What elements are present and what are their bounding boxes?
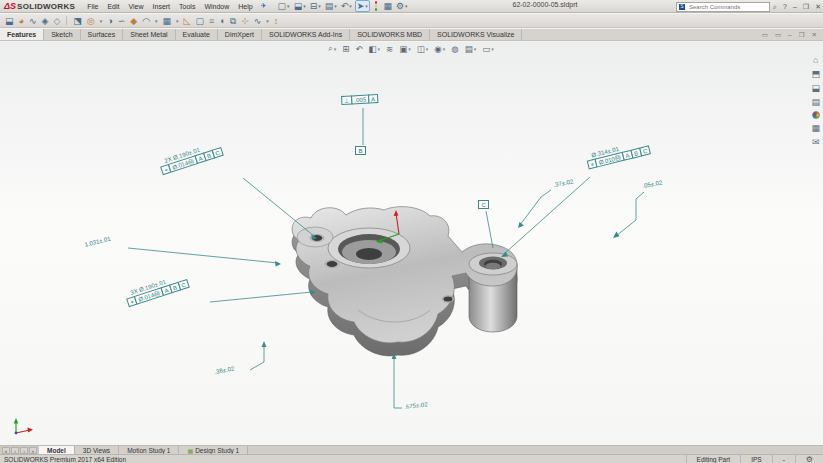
tab-motion-study-1[interactable]: Motion Study 1: [119, 446, 179, 454]
view-orientation-button[interactable]: ▣▾: [399, 44, 411, 54]
design-library-icon[interactable]: ⬒: [811, 69, 820, 79]
chevron-down-icon[interactable]: ▾: [443, 46, 446, 52]
chevron-down-icon[interactable]: ▾: [287, 3, 290, 9]
reference-geometry-icon[interactable]: ⊹: [241, 16, 249, 26]
chevron-down-icon[interactable]: ▾: [408, 46, 411, 52]
model-canvas[interactable]: [0, 42, 823, 445]
curves-icon[interactable]: ∿: [254, 16, 262, 26]
new-document-button[interactable]: ▢ ▾: [277, 1, 291, 11]
small-hole[interactable]: [325, 260, 339, 267]
tab-evaluate[interactable]: Evaluate: [176, 29, 218, 40]
scroll-first-button[interactable]: «: [2, 447, 10, 454]
revolved-cut-icon[interactable]: ◑: [107, 16, 112, 26]
print-button[interactable]: ▤ ▾: [324, 1, 338, 11]
apply-scene-button[interactable]: ▤▾: [465, 44, 477, 54]
view-settings-button[interactable]: ▭▾: [482, 44, 494, 54]
menu-file[interactable]: File: [87, 3, 98, 10]
help-button[interactable]: ?: [783, 3, 787, 10]
revolved-boss-icon[interactable]: ◕: [19, 16, 24, 26]
solidworks-resources-icon[interactable]: ⌂: [813, 55, 818, 65]
edit-appearance-button[interactable]: ◍: [451, 44, 458, 54]
doc-minimize-button[interactable]: –: [788, 31, 792, 38]
tab-solidworks-mbd[interactable]: SOLIDWORKS MBD: [350, 29, 430, 40]
tab-dimxpert[interactable]: DimXpert: [218, 29, 262, 40]
chevron-down-icon[interactable]: ▾: [318, 3, 321, 9]
doc-restore-button[interactable]: ❐: [799, 31, 805, 39]
tab-solidworks-visualize[interactable]: SOLIDWORKS Visualize: [430, 29, 522, 40]
shell-icon[interactable]: ▢: [195, 16, 204, 26]
menu-insert[interactable]: Insert: [153, 3, 171, 10]
datum-c-label[interactable]: C: [478, 200, 489, 209]
zoom-to-fit-button[interactable]: ⌕▾: [328, 43, 336, 54]
graphics-area[interactable]: ⌕▾ ⊞ ↶ ◧▾ ≋ ▣▾ ◫▾ ◉▾ ◍ ▤▾ ▭▾ ⌂ ⬒ ⬓ ▤ ▦ ✉…: [0, 42, 823, 445]
appearances-scenes-icon[interactable]: [812, 111, 820, 119]
status-gear-icon[interactable]: ⚙: [806, 455, 813, 463]
menu-help[interactable]: Help: [238, 3, 252, 10]
lofted-boss-icon[interactable]: ◈: [42, 16, 49, 26]
chevron-down-icon[interactable]: ▾: [474, 46, 477, 52]
status-dash[interactable]: -: [772, 455, 795, 463]
instant3d-icon[interactable]: ↕: [274, 16, 279, 26]
solidworks-forum-icon[interactable]: ✉: [812, 137, 820, 147]
chevron-down-icon[interactable]: ▾: [378, 46, 381, 52]
chevron-down-icon[interactable]: ▾: [155, 18, 158, 24]
hole-wizard-icon[interactable]: ◎: [87, 16, 95, 26]
scroll-prev-button[interactable]: ‹: [11, 447, 19, 454]
pin-menu-icon[interactable]: ✈: [261, 2, 267, 10]
fcf-perpendicularity[interactable]: ⊥ .005 A: [341, 94, 378, 105]
chevron-down-icon[interactable]: ▾: [334, 3, 337, 9]
chevron-down-icon[interactable]: ▾: [365, 3, 368, 9]
chevron-down-icon[interactable]: ▾: [349, 3, 352, 9]
tab-model[interactable]: Model: [39, 446, 75, 454]
fillet-icon[interactable]: ◠: [142, 16, 150, 26]
extruded-boss-icon[interactable]: ⬓: [5, 16, 14, 26]
lower-right-hole[interactable]: [442, 296, 454, 302]
display-style-button[interactable]: ◫▾: [417, 44, 429, 54]
menu-view[interactable]: View: [129, 3, 144, 10]
search-magnifier-icon[interactable]: ⌕: [773, 3, 777, 11]
tab-design-study-1[interactable]: ▦ Design Study 1: [179, 446, 248, 454]
swept-cut-icon[interactable]: ∽: [118, 16, 126, 26]
select-tool-button[interactable]: ➤ ▾: [355, 0, 370, 12]
previous-view-button[interactable]: ↶: [355, 44, 362, 54]
custom-properties-icon[interactable]: ▦: [811, 123, 820, 133]
zoom-to-area-button[interactable]: ⊞: [342, 44, 349, 54]
hide-show-items-button[interactable]: ◉▾: [434, 44, 445, 54]
tab-solidworks-add-ins[interactable]: SOLIDWORKS Add-Ins: [262, 29, 350, 40]
window-icon[interactable]: ▭: [775, 31, 781, 39]
view-palette-icon[interactable]: ▤: [811, 97, 820, 107]
chevron-down-icon[interactable]: ▾: [491, 46, 494, 52]
rib-icon[interactable]: ≡: [209, 16, 214, 26]
menu-tools[interactable]: Tools: [179, 3, 195, 10]
extruded-cut-icon[interactable]: ⬔: [73, 16, 82, 26]
options-button[interactable]: ⚙ ▾: [395, 1, 409, 11]
close-button[interactable]: ✕: [815, 3, 821, 11]
tab-surfaces[interactable]: Surfaces: [81, 29, 124, 40]
tab-sheet-metal[interactable]: Sheet Metal: [123, 29, 175, 40]
file-properties-button[interactable]: ▦: [382, 1, 393, 11]
boundary-boss-icon[interactable]: ◇: [53, 16, 60, 26]
draft-icon[interactable]: ◺: [184, 16, 191, 26]
rebuild-button[interactable]: [372, 0, 381, 12]
search-commands-box[interactable]: S: [676, 2, 770, 12]
chevron-down-icon[interactable]: ▾: [176, 18, 179, 24]
right-boss-top[interactable]: [469, 253, 517, 275]
undo-button[interactable]: ↶ ▾: [340, 1, 353, 11]
chevron-down-icon[interactable]: ▾: [100, 18, 103, 24]
chevron-down-icon[interactable]: ▾: [426, 46, 429, 52]
tab-features[interactable]: Features: [0, 29, 44, 40]
swept-boss-icon[interactable]: ∿: [29, 16, 37, 26]
scroll-next-button[interactable]: ›: [20, 447, 28, 454]
dynamic-annotation-views-button[interactable]: ≋: [386, 44, 393, 54]
units-selector[interactable]: IPS: [740, 455, 771, 463]
search-input[interactable]: [687, 3, 757, 11]
section-view-button[interactable]: ◧▾: [369, 44, 381, 54]
doc-close-button[interactable]: ✕: [812, 31, 817, 39]
file-explorer-icon[interactable]: ⬓: [811, 83, 820, 93]
open-document-button[interactable]: ⬓ ▾: [293, 1, 307, 11]
tab-3d-views[interactable]: 3D Views: [75, 446, 119, 454]
mirror-icon[interactable]: ⧉: [230, 16, 236, 26]
minimize-button[interactable]: –: [793, 3, 797, 10]
tab-sketch[interactable]: Sketch: [44, 29, 80, 40]
restore-button[interactable]: ❐: [803, 3, 809, 11]
